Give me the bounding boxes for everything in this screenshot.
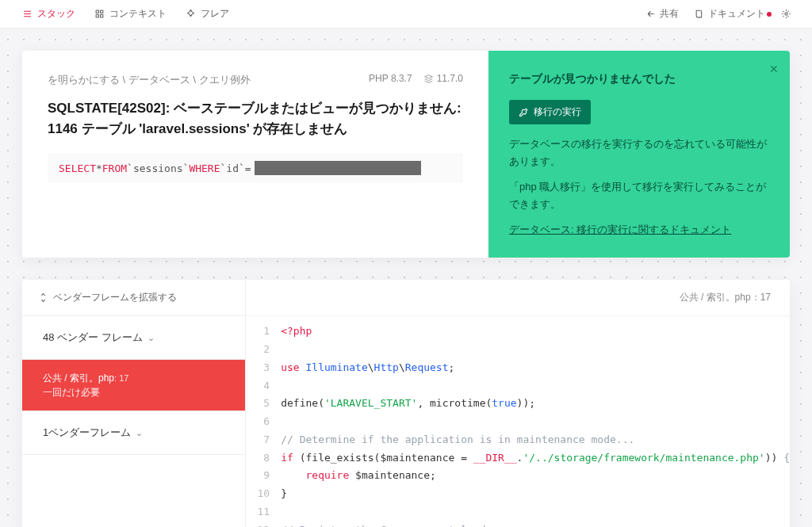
vendor-frame-group-2[interactable]: 1ベンダーフレーム ⌄: [22, 411, 245, 455]
active-frame[interactable]: 公共 / 索引。php: 17 一回だけ必要: [22, 360, 245, 411]
error-card-main: PHP 8.3.7 11.7.0 を明らかにする \ データベース \ クエリ例…: [22, 51, 488, 258]
tab-context[interactable]: コンテキスト: [85, 0, 176, 28]
code-line: 8if (file_exists($maintenance = __DIR__.…: [246, 449, 790, 468]
tab-stack[interactable]: スタック: [13, 0, 85, 28]
code-line: 4: [246, 377, 790, 395]
php-label: PHP: [369, 73, 388, 84]
group-label: 1ベンダーフレーム: [43, 426, 131, 440]
svg-point-4: [785, 13, 787, 15]
tab-label: コンテキスト: [109, 7, 167, 21]
top-navbar: スタック コンテキスト フレア 共有 ドキュメント: [0, 0, 812, 29]
source-path: 公共 / 索引。php: [680, 292, 751, 303]
wrench-icon: [519, 107, 529, 117]
code-line: 10}: [246, 485, 790, 503]
settings-button[interactable]: [773, 9, 799, 19]
code-line: 11: [246, 503, 790, 521]
solution-title: テーブルが見つかりませんでした: [509, 70, 769, 89]
expand-icon: [38, 292, 48, 303]
solution-line1: データベースの移行を実行するのを忘れている可能性があります。: [509, 136, 769, 170]
code-line: 6: [246, 413, 790, 431]
code-line: 2: [246, 341, 790, 359]
share-label: 共有: [660, 7, 679, 21]
error-card: PHP 8.3.7 11.7.0 を明らかにする \ データベース \ クエリ例…: [22, 51, 790, 258]
frame-path: 公共 / 索引。php: [43, 372, 114, 384]
source-panel: 公共 / 索引。php：17 1<?php23use Illuminate\Ht…: [246, 280, 790, 527]
error-title: SQLSTATE[42S02]: ベーステーブルまたはビューが見つかりません: …: [48, 98, 463, 139]
code-line: 7// Determine if the application is in m…: [246, 431, 790, 449]
docs-button[interactable]: ドキュメント: [687, 7, 773, 21]
run-button-label: 移行の実行: [534, 105, 581, 119]
stack-icon: [22, 9, 33, 19]
code-line: 1<?php: [246, 323, 790, 341]
context-icon: [94, 9, 105, 19]
close-icon[interactable]: ✕: [769, 60, 779, 79]
svg-rect-1: [101, 10, 103, 13]
share-button[interactable]: 共有: [638, 7, 687, 21]
solution-line2: 「php 職人移行」を使用して移行を実行してみることができます。: [509, 178, 769, 213]
code-line: 5define('LARAVEL_START', microtime(true)…: [246, 395, 790, 413]
svg-rect-0: [96, 10, 98, 13]
book-icon: [695, 9, 705, 19]
version-badges: PHP 8.3.7 11.7.0: [369, 73, 463, 84]
flare-icon: [186, 9, 196, 19]
run-migrations-button[interactable]: 移行の実行: [509, 100, 591, 124]
sql-from: FROM: [102, 162, 127, 174]
svg-rect-3: [101, 15, 103, 17]
source-code[interactable]: 1<?php23use Illuminate\Http\Request;45de…: [246, 316, 790, 527]
stack-trace-panel: ベンダーフレームを拡張する 48 ベンダー フレーム ⌄ 公共 / 索引。php…: [22, 280, 790, 527]
tab-flare[interactable]: フレア: [176, 0, 239, 28]
code-line: 9 require $maintenance;: [246, 467, 790, 485]
expand-vendor-frames[interactable]: ベンダーフレームを拡張する: [22, 280, 245, 316]
source-line: ：17: [751, 292, 771, 303]
svg-rect-2: [96, 15, 98, 17]
frame-line: : 17: [114, 373, 128, 383]
docs-label: ドキュメント: [708, 7, 765, 21]
sql-where: WHERE: [189, 162, 220, 174]
solution-docs-link[interactable]: データベース: 移行の実行に関するドキュメント: [509, 223, 731, 235]
tab-label: スタック: [37, 7, 75, 21]
group-label: 48 ベンダー フレーム: [43, 330, 143, 345]
laravel-version: 11.7.0: [437, 73, 463, 84]
code-line: 12// Register the Composer autoloader...: [246, 521, 790, 527]
chevron-down-icon: ⌄: [136, 428, 143, 438]
share-icon: [646, 9, 657, 19]
sql-query: SELECT * FROM `sessions` WHERE `id` =: [48, 153, 463, 183]
tab-label: フレア: [201, 7, 229, 21]
frame-list: ベンダーフレームを拡張する 48 ベンダー フレーム ⌄ 公共 / 索引。php…: [22, 280, 246, 527]
sql-select: SELECT: [59, 162, 96, 174]
chevron-down-icon: ⌄: [147, 333, 155, 343]
source-file-header: 公共 / 索引。php：17: [246, 280, 790, 316]
php-version: 8.3.7: [391, 73, 412, 84]
vendor-frame-group-1[interactable]: 48 ベンダー フレーム ⌄: [22, 316, 245, 360]
solution-panel: ✕ テーブルが見つかりませんでした 移行の実行 データベースの移行を実行するのを…: [488, 51, 790, 258]
frame-desc: 一回だけ必要: [43, 385, 224, 399]
code-line: 3use Illuminate\Http\Request;: [246, 359, 790, 377]
laravel-icon: [423, 74, 434, 84]
gear-icon: [781, 9, 791, 19]
expand-label: ベンダーフレームを拡張する: [53, 291, 177, 304]
redacted-value: [255, 161, 421, 175]
